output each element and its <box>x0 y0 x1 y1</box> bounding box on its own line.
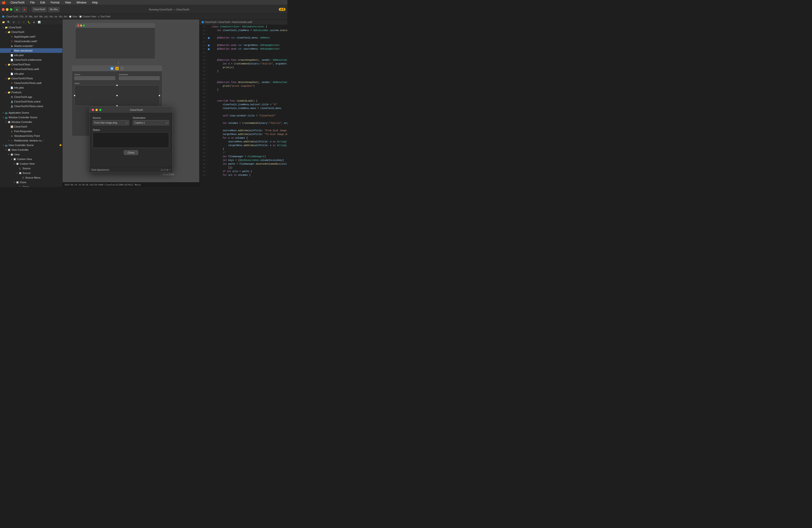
arrow-icon: ▾ <box>5 31 8 33</box>
code-content-area[interactable]: 11 class ViewController: NSViewControlle… <box>200 25 287 187</box>
breadcrumb-item-6[interactable]: Vie...ne <box>49 15 57 18</box>
sidebar-item-appdelegate[interactable]: S AppDelegate.swift ? <box>0 34 62 39</box>
preview-source-dropdown[interactable]: From Disk Image.dmg ⊙ <box>93 120 129 125</box>
close-button[interactable] <box>2 8 5 11</box>
sb-tree-custom-view-2[interactable]: ▾ 🔲 Custom View <box>0 161 62 166</box>
code-line-11: 11 class ViewController: NSViewControlle… <box>200 25 287 29</box>
app-menu-item[interactable]: CloneToolX <box>10 1 26 4</box>
warning-icon-btn[interactable]: ⚠ <box>17 20 21 24</box>
sidebar-item-tests-swift[interactable]: S CloneToolXTests.swift <box>0 67 62 71</box>
sb-tree-source-label[interactable]: L Source <box>0 166 62 171</box>
sb-tree-clonetoolx-window[interactable]: 🪟 CloneToolX <box>0 124 62 129</box>
breadcrumb-item-1[interactable]: 🔷 <box>2 15 5 18</box>
da-btn-1[interactable]: ⊟ <box>161 169 163 171</box>
window-menu-item[interactable]: Window <box>75 1 87 4</box>
maximize-button[interactable] <box>10 8 13 11</box>
breakpoint-icon-btn[interactable]: ◆ <box>32 20 36 24</box>
cb-item-3[interactable]: ViewController.swift <box>232 21 252 24</box>
source-icon-btn[interactable]: ⊞ <box>12 20 16 24</box>
minimize-button[interactable] <box>6 8 9 11</box>
da-btn-4[interactable]: + <box>169 169 171 171</box>
code-line-37: 37 let volumes = (runCommand(binary:"/bi… <box>200 122 287 125</box>
breadcrumb-item-3[interactable]: Clo...lX <box>20 15 27 18</box>
sidebar-item-tests-plist[interactable]: 📄 Info.plist <box>0 71 62 76</box>
preview-clone-button[interactable]: Clone <box>124 150 138 155</box>
sidebar-item-storyboard[interactable]: 📱 Main.storyboard <box>0 48 62 53</box>
da-btn-2[interactable]: ⊡ <box>164 169 165 171</box>
file-menu-item[interactable]: File <box>29 1 35 4</box>
sb-tree-view-controller-scene[interactable]: ▾ 📺 View Controller Scene <box>0 143 62 147</box>
breadcrumb-item-2[interactable]: CloneToolX <box>6 15 18 18</box>
arrow-icon <box>8 105 10 108</box>
sb-tree-clone-label[interactable]: L Clone <box>0 185 62 187</box>
sb-tree-first-responder-1[interactable]: ● First Responder <box>0 129 62 133</box>
sidebar-item-clonetoolx-group[interactable]: ▾ 📁 CloneToolX <box>0 30 62 34</box>
dest-dropdown-sb[interactable] <box>119 76 160 80</box>
sb-tree-custom-view-1[interactable]: ▾ 🔲 Custom View <box>0 157 62 161</box>
help-menu-item[interactable]: Help <box>91 1 99 4</box>
run-button[interactable]: ▶ <box>14 7 20 12</box>
resize-handle-center[interactable] <box>116 95 118 96</box>
sidebar-item-entitlements[interactable]: 📄 CloneToolX.entitlements <box>0 57 62 62</box>
toolbar-status: Running CloneToolX — CloneToolX <box>61 8 277 11</box>
breadcrumb-item-4[interactable]: Ma...ard <box>29 15 38 18</box>
breadcrumb-item-10[interactable]: ⚠ Text Field <box>98 15 110 18</box>
sidebar-item-clonetoolx-root[interactable]: ▾ 📁 CloneToolX <box>0 25 62 30</box>
resize-handle-right[interactable] <box>159 95 160 96</box>
sb-tree-view-controller[interactable]: ▾ 🔲 View Controller <box>0 147 62 152</box>
breadcrumb-item-7[interactable]: Vie...ller <box>59 15 67 18</box>
dark-appearance-controls: ⊟ ⊡ ⊞ + <box>161 169 171 171</box>
sidebar-item-viewcontroller[interactable]: S ViewController.swift ? <box>0 39 62 44</box>
preview-dest-dropdown[interactable]: Catalina 1 ⊙ <box>133 120 169 125</box>
preview-maximize[interactable] <box>99 109 102 111</box>
sidebar-item-uitests-plist[interactable]: 📄 Info.plist <box>0 85 62 90</box>
apple-menu-item[interactable]: 🍎 <box>2 1 6 4</box>
sb-tree-source-menu[interactable]: ☰ Source Menu <box>0 175 62 180</box>
format-menu-item[interactable]: Format <box>49 1 60 4</box>
sb-tree-entry-point[interactable]: → ⇒ Storyboard Entry Point <box>0 133 62 138</box>
sb-tree-window-controller-scene[interactable]: ▾ 📺 Window Controller Scene <box>0 115 62 120</box>
storyboard-canvas[interactable]: → ⚙ ◼ ⊙ ≡ Source <box>62 19 199 182</box>
sb-tree-relationship[interactable]: ↩ ↔ Relationship 'window co...' <box>0 138 62 143</box>
sidebar-item-app[interactable]: ⚙ CloneToolX.app <box>0 95 62 99</box>
cb-item-1[interactable]: 🔷 CloneToolX <box>201 21 217 24</box>
arrow-icon <box>8 58 10 61</box>
folder-icon-btn[interactable]: 📁 <box>1 20 5 24</box>
preview-minimize[interactable] <box>96 109 98 111</box>
sb-tree-window-controller[interactable]: ▾ 🔲 Window Controller <box>0 120 62 124</box>
sidebar-item-xctest-2[interactable]: 🔬 CloneToolXUITests.xctest <box>0 104 62 109</box>
sb-tree-application-scene[interactable]: ▸ 📺 Application Scene <box>0 110 62 115</box>
preview-close[interactable] <box>92 109 94 111</box>
code-line-22: 22 print(x) <box>200 66 287 70</box>
source-dropdown-sb[interactable] <box>74 76 115 80</box>
view-menu-item[interactable]: View <box>64 1 72 4</box>
stop-button[interactable]: ■ <box>22 7 27 12</box>
scheme-selector[interactable]: CloneToolX <box>32 7 47 12</box>
warning-badge[interactable]: ⚠ 6 <box>279 8 286 11</box>
inspect-icon-btn[interactable]: 🔍 <box>6 20 11 24</box>
sidebar-item-xctest-1[interactable]: 🔬 CloneToolXTests.xctest <box>0 99 62 104</box>
sidebar-item-assets[interactable]: ◼ Assets.xcassets ? <box>0 44 62 48</box>
edit-menu-item[interactable]: Edit <box>39 1 46 4</box>
sidebar-item-products[interactable]: ▸ 📁 Products <box>0 90 62 95</box>
sidebar-item-infoplist[interactable]: 📄 Info.plist <box>0 53 62 57</box>
sb-tree-clone[interactable]: ▾ 🔲 Clone <box>0 180 62 185</box>
resize-handle-left[interactable] <box>74 95 75 96</box>
resize-handle-top[interactable] <box>116 85 118 86</box>
sb-tree-view[interactable]: ▾ 🔲 View <box>0 152 62 157</box>
test-icon-btn[interactable]: ✓ <box>22 20 26 24</box>
entry-icon: ⇒ <box>10 134 13 138</box>
breadcrumb-item-5[interactable]: Ma...se) <box>39 15 47 18</box>
sidebar-item-uitests[interactable]: ▸ 📁 CloneToolXUITests <box>0 76 62 81</box>
da-btn-3[interactable]: ⊞ <box>166 169 168 171</box>
sidebar-item-uitests-swift[interactable]: S CloneToolXUITests.swift <box>0 81 62 85</box>
breadcrumb-item-8[interactable]: 🔲 View <box>69 15 77 18</box>
device-selector[interactable]: My Mac <box>48 7 60 12</box>
debug-icon-btn[interactable]: 🐛 <box>27 20 31 24</box>
report-icon-btn[interactable]: 📊 <box>37 20 41 24</box>
sb-tree-source-view[interactable]: ▸ 🔲 Source <box>0 171 62 175</box>
preview-titlebar: CloneToolX <box>89 107 172 113</box>
breadcrumb-item-9[interactable]: 🔲 Custom View <box>79 15 96 18</box>
sidebar-item-tests[interactable]: ▸ 📁 CloneToolXTests <box>0 62 62 67</box>
cb-item-2[interactable]: CloneToolX <box>218 21 230 24</box>
